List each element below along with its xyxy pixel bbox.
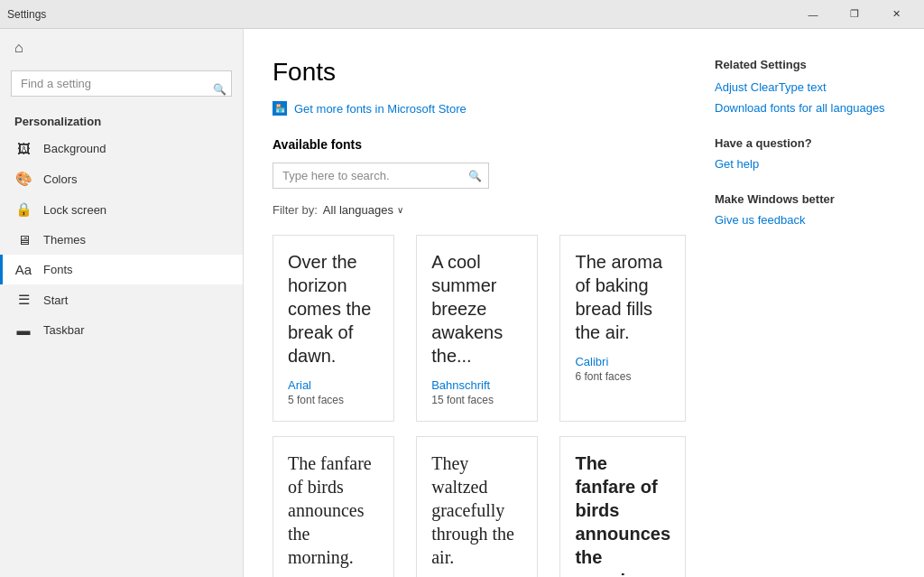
home-icon: ⌂ (14, 40, 23, 56)
app-title: Settings (7, 8, 792, 21)
sidebar-item-label-themes: Themes (43, 233, 86, 247)
window-controls: — ❐ ✕ (792, 0, 917, 29)
sidebar-item-taskbar[interactable]: ▬ Taskbar (0, 315, 243, 345)
themes-icon: 🖥 (14, 232, 32, 247)
fonts-search-icon: 🔍 (468, 170, 482, 182)
sidebar: ⌂ 🔍 Personalization 🖼 Background 🎨 Color… (0, 29, 244, 577)
fonts-grid: Over the horizon comes the break of dawn… (273, 235, 686, 577)
font-card-candara[interactable]: The fanfare of birds announces the morni… (559, 436, 686, 577)
background-icon: 🖼 (14, 141, 32, 156)
filter-bar: Filter by: All languages ∨ (273, 203, 686, 217)
lock-screen-icon: 🔒 (14, 201, 32, 218)
sidebar-item-label-background: Background (43, 142, 106, 155)
home-button[interactable]: ⌂ (0, 29, 243, 67)
sidebar-search-container: 🔍 (0, 67, 243, 107)
sidebar-item-label-colors: Colors (43, 172, 78, 186)
font-preview-calibri: The aroma of baking bread fills the air. (575, 250, 670, 344)
font-card-cambria-math[interactable]: They waltzed gracefully through the air.… (416, 436, 538, 577)
have-question-section: Have a question? Get help (715, 136, 895, 171)
sidebar-item-label-fonts: Fonts (43, 263, 73, 276)
related-settings-title: Related Settings (715, 58, 895, 71)
sidebar-item-label-taskbar: Taskbar (43, 323, 85, 337)
content-area: Fonts 🏪 Get more fonts in Microsoft Stor… (273, 58, 686, 548)
fonts-search-input[interactable] (273, 163, 489, 189)
font-card-cambria[interactable]: The fanfare of birds announces the morni… (273, 436, 394, 577)
fonts-icon: Aa (14, 262, 32, 277)
taskbar-icon: ▬ (14, 322, 32, 338)
app-container: ⌂ 🔍 Personalization 🖼 Background 🎨 Color… (0, 29, 924, 577)
give-feedback-link[interactable]: Give us feedback (715, 213, 895, 227)
chevron-down-icon: ∨ (397, 205, 403, 215)
filter-dropdown[interactable]: All languages ∨ (323, 203, 403, 217)
font-card-bahnschrift[interactable]: A cool summer breeze awakens the... Bahn… (416, 235, 538, 422)
make-windows-title: Make Windows better (715, 192, 895, 206)
sidebar-item-label-start: Start (43, 293, 68, 307)
store-icon: 🏪 (273, 101, 287, 116)
font-name-bahnschrift[interactable]: Bahnschrift (431, 378, 522, 392)
font-faces-calibri: 6 font faces (575, 370, 670, 383)
start-icon: ☰ (14, 292, 32, 308)
font-preview-arial: Over the horizon comes the break of dawn… (288, 250, 379, 368)
right-panel: Related Settings Adjust ClearType text D… (715, 58, 895, 548)
sidebar-item-themes[interactable]: 🖥 Themes (0, 225, 243, 255)
close-button[interactable]: ✕ (875, 0, 917, 29)
titlebar: Settings — ❐ ✕ (0, 0, 924, 29)
make-windows-section: Make Windows better Give us feedback (715, 192, 895, 227)
sidebar-item-colors[interactable]: 🎨 Colors (0, 163, 243, 194)
adjust-cleartype-link[interactable]: Adjust ClearType text (715, 80, 895, 94)
store-link[interactable]: 🏪 Get more fonts in Microsoft Store (273, 101, 686, 116)
font-card-arial[interactable]: Over the horizon comes the break of dawn… (273, 235, 394, 422)
font-preview-cambria: The fanfare of birds announces the morni… (288, 451, 379, 569)
fonts-search-container: 🔍 (273, 163, 489, 189)
colors-icon: 🎨 (14, 171, 32, 187)
related-settings-section: Related Settings Adjust ClearType text D… (715, 58, 895, 115)
sidebar-item-fonts[interactable]: Aa Fonts (0, 255, 243, 284)
font-faces-bahnschrift: 15 font faces (431, 394, 522, 406)
minimize-button[interactable]: — (792, 0, 834, 29)
get-help-link[interactable]: Get help (715, 157, 895, 171)
sidebar-item-label-lock-screen: Lock screen (43, 203, 106, 217)
sidebar-item-lock-screen[interactable]: 🔒 Lock screen (0, 194, 243, 225)
font-preview-candara: The fanfare of birds announces the morni… (575, 451, 670, 577)
sidebar-item-background[interactable]: 🖼 Background (0, 134, 243, 163)
font-card-calibri[interactable]: The aroma of baking bread fills the air.… (559, 235, 686, 422)
sidebar-search-icon: 🔍 (213, 83, 226, 96)
download-fonts-link[interactable]: Download fonts for all languages (715, 101, 895, 115)
font-preview-cambria-math: They waltzed gracefully through the air. (431, 451, 522, 569)
sidebar-item-start[interactable]: ☰ Start (0, 284, 243, 315)
sidebar-section-title: Personalization (0, 107, 243, 134)
font-name-calibri[interactable]: Calibri (575, 355, 670, 368)
have-question-title: Have a question? (715, 136, 895, 150)
filter-value: All languages (323, 203, 393, 217)
font-preview-bahnschrift: A cool summer breeze awakens the... (431, 250, 522, 368)
filter-label: Filter by: (273, 203, 318, 217)
page-title: Fonts (273, 58, 686, 87)
available-fonts-title: Available fonts (273, 137, 686, 152)
store-link-text: Get more fonts in Microsoft Store (294, 102, 467, 116)
main-content: Fonts 🏪 Get more fonts in Microsoft Stor… (244, 29, 924, 577)
sidebar-search-input[interactable] (11, 70, 232, 97)
maximize-button[interactable]: ❐ (834, 0, 875, 29)
font-faces-arial: 5 font faces (288, 394, 379, 406)
font-name-arial[interactable]: Arial (288, 378, 379, 392)
